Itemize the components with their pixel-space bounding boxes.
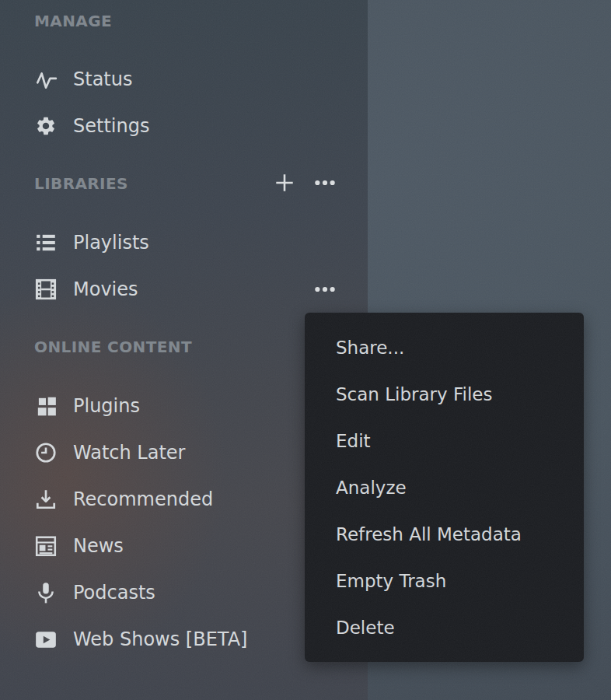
microphone-icon [34, 581, 58, 604]
menu-item-share[interactable]: Share... [305, 324, 584, 371]
gear-icon [34, 114, 58, 138]
activity-icon [34, 68, 58, 91]
plus-icon [273, 171, 296, 194]
sidebar-item-label: Plugins [73, 395, 140, 417]
section-header-libraries: LIBRARIES [34, 174, 128, 193]
clock-icon [34, 441, 58, 464]
newspaper-icon [34, 534, 58, 558]
sidebar-item-recommended[interactable]: Recommended [34, 476, 213, 523]
section-header-online-content: ONLINE CONTENT [34, 338, 192, 356]
menu-item-edit[interactable]: Edit [305, 418, 584, 464]
sidebar-item-label: Playlists [73, 232, 149, 254]
sidebar-item-status[interactable]: Status [34, 56, 132, 103]
menu-item-delete[interactable]: Delete [305, 604, 584, 651]
sidebar-item-label: News [73, 535, 124, 557]
sidebar-item-settings[interactable]: Settings [34, 103, 149, 149]
menu-item-refresh-all-metadata[interactable]: Refresh All Metadata [305, 511, 584, 558]
menu-item-empty-trash[interactable]: Empty Trash [305, 558, 584, 604]
sidebar-item-label: Web Shows [BETA] [73, 628, 247, 650]
context-menu: Share... Scan Library Files Edit Analyze… [305, 313, 584, 662]
sidebar-item-web-shows[interactable]: Web Shows [BETA] [34, 616, 247, 663]
sidebar-item-watch-later[interactable]: Watch Later [34, 429, 185, 476]
section-header-manage: MANAGE [34, 12, 112, 30]
grid-icon [34, 394, 58, 418]
libraries-more-button[interactable] [311, 169, 339, 197]
ellipsis-icon [313, 171, 337, 194]
ellipsis-icon [313, 278, 337, 301]
film-icon [34, 278, 58, 301]
download-icon [34, 488, 58, 511]
sidebar-item-playlists[interactable]: Playlists [34, 219, 149, 266]
menu-item-scan-library-files[interactable]: Scan Library Files [305, 371, 584, 418]
movies-more-button[interactable] [311, 275, 339, 303]
sidebar-item-label: Movies [73, 278, 138, 300]
sidebar-item-label: Podcasts [73, 582, 155, 604]
sidebar-item-news[interactable]: News [34, 523, 124, 569]
play-icon [34, 628, 58, 651]
sidebar-item-label: Recommended [73, 488, 213, 510]
menu-item-analyze[interactable]: Analyze [305, 464, 584, 511]
add-library-button[interactable] [271, 169, 299, 197]
sidebar-item-label: Settings [73, 115, 149, 137]
sidebar-item-label: Watch Later [73, 442, 185, 464]
sidebar-item-movies[interactable]: Movies [34, 266, 138, 313]
sidebar-item-podcasts[interactable]: Podcasts [34, 569, 155, 616]
sidebar-item-plugins[interactable]: Plugins [34, 383, 140, 429]
sidebar-item-label: Status [73, 68, 132, 90]
playlist-icon [34, 231, 58, 254]
